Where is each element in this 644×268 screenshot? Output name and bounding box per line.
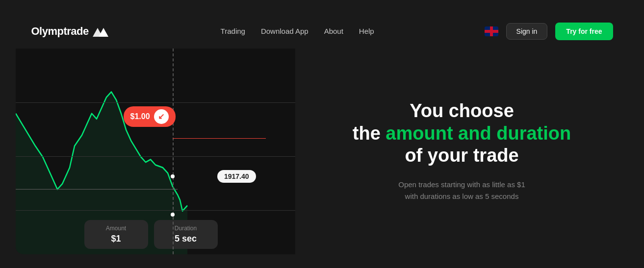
chart-controls: Amount $1 Duration 5 sec (16, 215, 295, 254)
price-tag: $1.00 ↙ (124, 106, 176, 127)
subtext-line2: with durations as low as 5 seconds (405, 192, 519, 200)
try-for-free-button[interactable]: Try for free (555, 23, 613, 40)
logo-icon (93, 26, 110, 37)
signin-button[interactable]: Sign in (506, 23, 548, 40)
price-line (173, 138, 266, 139)
headline-line3: of your trade (405, 145, 518, 166)
nav-download-app[interactable]: Download App (261, 27, 309, 35)
logo-text: Olymptrade (31, 25, 89, 38)
down-arrow-circle: ↙ (154, 109, 169, 124)
headline-line2-prefix: the (353, 123, 386, 144)
nav-links: Trading Download App About Help (221, 27, 374, 35)
dashed-vertical-line (173, 49, 174, 254)
navbar: Olymptrade Trading Download App About He… (16, 14, 629, 49)
amount-value: $1 (99, 234, 133, 244)
grid-line-1 (16, 102, 295, 103)
nav-about[interactable]: About (324, 27, 343, 35)
main-content: $1.00 ↙ 1917.40 Amount $1 Duration 5 sec (16, 49, 629, 254)
grid-line-3 (16, 210, 295, 211)
amount-label: Amount (99, 225, 133, 232)
headline-line1: You choose (410, 100, 514, 121)
hero-headline: You choose the amount and duration of yo… (353, 100, 571, 167)
current-price-label: 1917.40 (217, 170, 256, 183)
chart-dot-top (171, 174, 175, 178)
logo[interactable]: Olymptrade (31, 25, 110, 38)
headline-accent: amount and duration (386, 123, 571, 144)
nav-right: Sign in Try for free (485, 23, 613, 40)
duration-value: 5 sec (169, 234, 203, 244)
chart-dot-bottom (171, 213, 175, 217)
down-arrow-icon: ↙ (158, 113, 164, 121)
language-flag-icon[interactable] (485, 26, 498, 36)
subtext-line1: Open trades starting with as little as $… (398, 180, 525, 189)
price-tag-value: $1.00 (130, 112, 150, 121)
duration-label: Duration (169, 225, 203, 232)
nav-help[interactable]: Help (359, 27, 374, 35)
amount-control: Amount $1 (84, 220, 148, 249)
chart-area: $1.00 ↙ 1917.40 Amount $1 Duration 5 sec (16, 49, 295, 254)
right-panel: You choose the amount and duration of yo… (295, 49, 629, 254)
hero-subtext: Open trades starting with as little as $… (398, 179, 525, 202)
nav-trading[interactable]: Trading (221, 27, 245, 35)
duration-control: Duration 5 sec (154, 220, 218, 249)
grid-line-2 (16, 156, 295, 157)
